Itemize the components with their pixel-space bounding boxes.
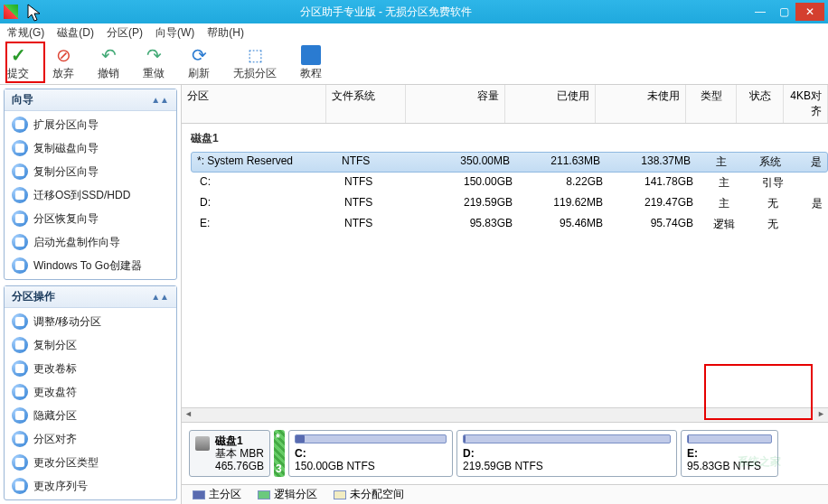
col-used[interactable]: 已使用	[505, 85, 596, 123]
undo-icon	[99, 45, 118, 65]
ops-item-6[interactable]: 更改分区类型	[5, 451, 176, 474]
ops-item-icon	[12, 478, 28, 494]
menu-general[interactable]: 常规(G)	[7, 25, 44, 41]
ops-item-5[interactable]: 分区对齐	[5, 427, 176, 451]
disk-map-part-d[interactable]: D: 219.59GB NTFS	[456, 430, 677, 477]
tutorial-icon	[301, 45, 321, 65]
close-button[interactable]: ✕	[795, 3, 824, 21]
refresh-button[interactable]: 刷新	[188, 45, 210, 81]
wizard-item-icon	[12, 257, 28, 274]
main-area: 分区 文件系统 容量 已使用 未使用 类型 状态 4KB对齐 磁盘1 *: Sy…	[181, 85, 828, 504]
disk-map-reserved[interactable]: * 3	[274, 430, 285, 477]
wizard-item-6[interactable]: Windows To Go创建器	[5, 254, 176, 277]
undo-button[interactable]: 撤销	[98, 45, 119, 81]
abandon-button[interactable]: 放弃	[52, 45, 74, 81]
app-icon	[4, 5, 18, 19]
disk-map: 磁盘1 基本 MBR 465.76GB * 3 C: 150.00GB NTFS…	[182, 422, 828, 484]
status-bar: 主分区 逻辑分区 未分配空间	[182, 484, 828, 504]
menu-disk[interactable]: 磁盘(D)	[57, 25, 94, 41]
col-type[interactable]: 类型	[686, 85, 737, 123]
titlebar: 分区助手专业版 - 无损分区免费软件 — ▢ ✕	[0, 0, 828, 23]
ops-item-2[interactable]: 更改卷标	[5, 357, 176, 380]
wizard-item-icon	[12, 117, 28, 133]
legend-logical: 逻辑分区	[258, 487, 317, 502]
col-free[interactable]: 未使用	[596, 85, 686, 123]
partition-row[interactable]: *: System ReservedNTFS 350.00MB211.63MB …	[191, 152, 828, 173]
wizard-item-1[interactable]: 复制磁盘向导	[5, 136, 176, 160]
col-fs[interactable]: 文件系统	[326, 85, 406, 123]
wizard-item-icon	[12, 140, 28, 156]
disk-map-part-e[interactable]: E: 95.83GB NTFS	[681, 430, 778, 477]
col-align[interactable]: 4KB对齐	[784, 85, 828, 123]
ops-item-3[interactable]: 更改盘符	[5, 380, 176, 404]
disk-icon	[195, 436, 210, 451]
wizard-item-icon	[12, 187, 28, 203]
ops-panel-header[interactable]: 分区操作 ▲▲	[5, 286, 176, 308]
partition-row[interactable]: E:NTFS 95.83GB95.46MB 95.74GB逻辑 无	[194, 214, 828, 235]
wizard-item-4[interactable]: 分区恢复向导	[5, 207, 176, 230]
lossless-icon	[245, 45, 265, 65]
legend-primary: 主分区	[193, 487, 241, 502]
toolbar: 提交 放弃 撤销 重做 刷新 无损分区 教程	[0, 42, 828, 85]
menubar: 常规(G) 磁盘(D) 分区(P) 向导(W) 帮助(H)	[0, 23, 828, 42]
col-name[interactable]: 分区	[182, 85, 326, 123]
disk-map-disk[interactable]: 磁盘1 基本 MBR 465.76GB	[189, 430, 270, 477]
wizard-item-icon	[12, 210, 28, 227]
ops-item-7[interactable]: 更改序列号	[5, 474, 176, 498]
disk-map-part-c[interactable]: C: 150.00GB NTFS	[288, 430, 453, 477]
left-sidebar: 向导 ▲▲ 扩展分区向导复制磁盘向导复制分区向导迁移OS到SSD/HDD分区恢复…	[0, 85, 181, 504]
wizard-item-3[interactable]: 迁移OS到SSD/HDD	[5, 183, 176, 207]
chevron-up-icon: ▲▲	[151, 292, 169, 302]
ops-item-icon	[12, 431, 28, 447]
ops-item-1[interactable]: 复制分区	[5, 333, 176, 357]
window-title: 分区助手专业版 - 无损分区免费软件	[24, 5, 748, 20]
ops-item-icon	[12, 313, 28, 330]
wizard-item-5[interactable]: 启动光盘制作向导	[5, 230, 176, 254]
partition-table-header: 分区 文件系统 容量 已使用 未使用 类型 状态 4KB对齐	[182, 85, 828, 124]
wizard-panel-header[interactable]: 向导 ▲▲	[5, 89, 176, 111]
wizard-panel: 向导 ▲▲ 扩展分区向导复制磁盘向导复制分区向导迁移OS到SSD/HDD分区恢复…	[4, 89, 177, 280]
minimize-button[interactable]: —	[748, 3, 772, 21]
ops-item-icon	[12, 384, 28, 400]
ops-item-icon	[12, 454, 28, 471]
lossless-button[interactable]: 无损分区	[233, 45, 277, 81]
wizard-item-icon	[12, 163, 28, 180]
partition-row[interactable]: C:NTFS 150.00GB8.22GB 141.78GB主 引导	[194, 173, 828, 193]
disk-group-header[interactable]: 磁盘1	[187, 124, 828, 152]
cancel-icon	[53, 45, 73, 65]
menu-partition[interactable]: 分区(P)	[107, 25, 143, 41]
wizard-item-2[interactable]: 复制分区向导	[5, 160, 176, 183]
wizard-item-0[interactable]: 扩展分区向导	[5, 113, 176, 136]
menu-wizard[interactable]: 向导(W)	[155, 25, 194, 41]
refresh-icon	[189, 45, 209, 65]
redo-icon	[144, 45, 164, 65]
maximize-button[interactable]: ▢	[772, 3, 795, 21]
ops-item-icon	[12, 360, 28, 377]
ops-item-icon	[12, 337, 28, 353]
wizard-item-icon	[12, 234, 28, 250]
menu-help[interactable]: 帮助(H)	[207, 25, 244, 41]
highlight-submit	[5, 42, 45, 83]
ops-item-4[interactable]: 隐藏分区	[5, 404, 176, 427]
chevron-up-icon: ▲▲	[151, 95, 169, 105]
ops-item-0[interactable]: 调整/移动分区	[5, 310, 176, 333]
ops-panel: 分区操作 ▲▲ 调整/移动分区复制分区更改卷标更改盘符隐藏分区分区对齐更改分区类…	[4, 285, 177, 500]
legend-unalloc: 未分配空间	[334, 487, 404, 502]
partition-row[interactable]: D:NTFS 219.59GB119.62MB 219.47GB主 无是	[194, 193, 828, 214]
tutorial-button[interactable]: 教程	[300, 45, 322, 81]
col-capacity[interactable]: 容量	[406, 85, 505, 123]
redo-button[interactable]: 重做	[143, 45, 165, 81]
ops-item-icon	[12, 407, 28, 424]
col-status[interactable]: 状态	[737, 85, 784, 123]
highlight-partition-e	[704, 364, 813, 420]
